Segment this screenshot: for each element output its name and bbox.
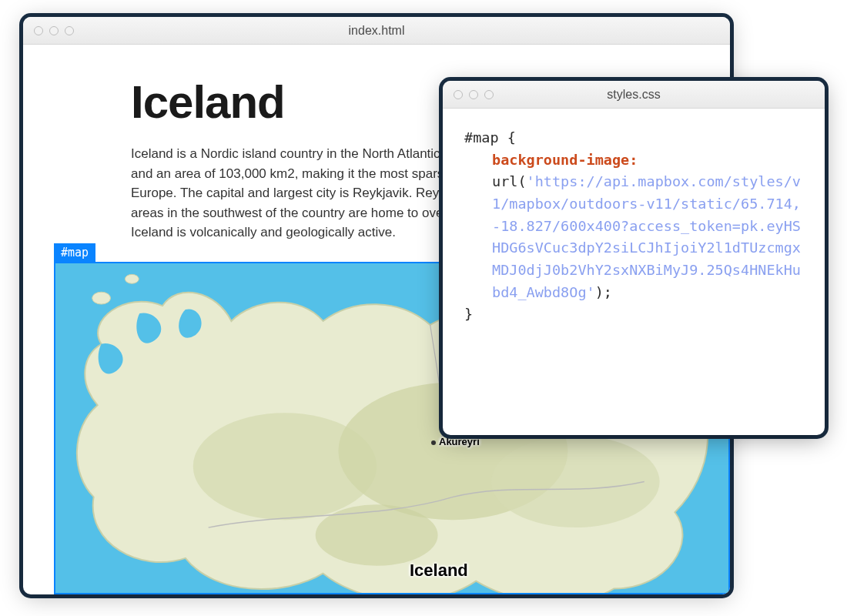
close-icon[interactable] <box>454 90 463 99</box>
code-editor[interactable]: #map { background-image: url('https://ap… <box>443 109 825 344</box>
window-title-styles: styles.css <box>443 88 825 102</box>
svg-point-6 <box>125 274 139 283</box>
map-selector-badge: #map <box>54 243 95 262</box>
traffic-lights-css <box>454 90 494 99</box>
code-url-close: ); <box>595 284 612 300</box>
svg-point-3 <box>491 436 660 527</box>
maximize-icon[interactable] <box>484 90 494 99</box>
titlebar-styles: styles.css <box>443 81 825 109</box>
code-property: background-image: <box>464 149 803 172</box>
titlebar-index: index.html <box>23 17 730 45</box>
window-title-index: index.html <box>23 24 730 38</box>
svg-point-4 <box>316 504 438 565</box>
editor-window-styles: styles.css #map { background-image: url(… <box>443 81 825 435</box>
map-label-country: Iceland <box>410 561 468 581</box>
code-url-string: 'https://api.mapbox.com/styles/v1/mapbox… <box>492 173 801 300</box>
minimize-icon[interactable] <box>49 26 59 35</box>
minimize-icon[interactable] <box>469 90 478 99</box>
svg-point-5 <box>92 292 111 304</box>
code-url-line: url('https://api.mapbox.com/styles/v1/ma… <box>464 171 803 303</box>
close-icon[interactable] <box>34 26 43 35</box>
traffic-lights <box>34 26 74 35</box>
code-close-brace: } <box>464 306 473 322</box>
code-selector: #map { <box>464 129 516 146</box>
map-label-city: Akureyri <box>431 436 480 447</box>
code-url-open: url( <box>492 173 527 189</box>
maximize-icon[interactable] <box>65 26 74 35</box>
